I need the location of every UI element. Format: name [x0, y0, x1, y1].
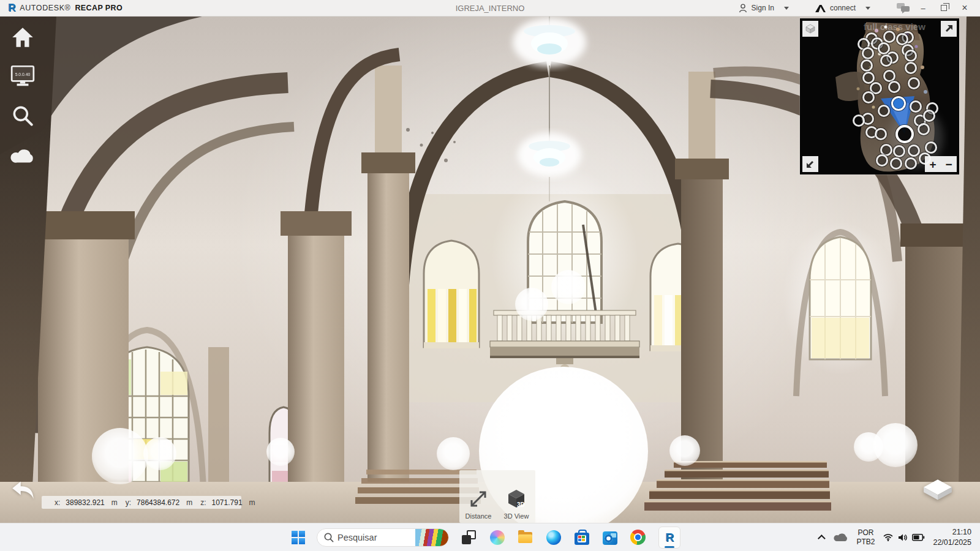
cube-3d-icon: 3D	[505, 488, 528, 510]
scan-sphere[interactable]	[143, 437, 176, 470]
user-icon	[738, 3, 748, 13]
scan-marker[interactable]	[883, 70, 895, 82]
search-input[interactable]	[337, 533, 412, 542]
connect-button[interactable]: connect	[815, 4, 870, 13]
layers-button[interactable]	[922, 478, 953, 506]
tray-time: 21:10	[933, 527, 971, 537]
start-button[interactable]	[292, 531, 305, 544]
distance-tool-button[interactable]: Distance	[459, 470, 497, 523]
chrome-button[interactable]	[630, 529, 646, 545]
chevron-down-icon[interactable]	[784, 7, 789, 10]
sign-in-button[interactable]: Sign In	[738, 3, 789, 13]
scan-sphere[interactable]	[515, 288, 548, 321]
coord-y-label: y:	[126, 498, 131, 507]
measure-tools-panel: Distance 3D 3D View	[459, 470, 535, 523]
feedback-chat-icon[interactable]	[896, 2, 910, 13]
minimap-zoom-out-button[interactable]: −	[945, 159, 952, 170]
scan-marker[interactable]	[925, 141, 937, 154]
close-button[interactable]: ×	[957, 2, 973, 14]
scan-marker[interactable]	[876, 154, 888, 167]
search-highlight-thumbnail[interactable]	[415, 529, 448, 546]
selected-scan-marker[interactable]	[891, 96, 906, 111]
microsoft-store-button[interactable]	[573, 529, 590, 545]
scan-marker[interactable]	[905, 50, 917, 62]
view-3d-button[interactable]: 3D 3D View	[497, 470, 535, 523]
scan-marker[interactable]	[853, 114, 865, 127]
scan-marker[interactable]	[908, 77, 920, 89]
scan-marker[interactable]	[893, 145, 905, 157]
version-badge: 5.0.0.40	[15, 72, 31, 77]
edge-button[interactable]	[545, 529, 562, 545]
scan-sphere[interactable]	[551, 270, 586, 304]
scan-marker[interactable]	[905, 157, 917, 170]
view-3d-label: 3D View	[504, 512, 529, 520]
scan-sphere[interactable]	[669, 435, 700, 466]
outlook-button[interactable]	[601, 529, 618, 545]
scan-marker[interactable]	[861, 59, 873, 72]
windows-taskbar: R POR PTB2	[0, 523, 980, 551]
cube-3d-badge: 3D	[517, 501, 525, 508]
distance-label: Distance	[466, 512, 492, 520]
coord-x-value: 389832.921	[66, 498, 104, 507]
home-button[interactable]	[10, 24, 36, 50]
scan-marker[interactable]	[905, 62, 917, 74]
onedrive-icon[interactable]	[834, 533, 848, 542]
scan-marker[interactable]	[875, 128, 887, 140]
scan-marker[interactable]	[883, 31, 895, 43]
recap-taskbar-button[interactable]: R	[658, 526, 681, 549]
scan-marker[interactable]	[890, 157, 902, 170]
restore-button[interactable]	[936, 2, 952, 14]
connect-label: connect	[830, 4, 856, 12]
search-icon	[323, 532, 334, 542]
store-icon	[575, 533, 589, 545]
copilot-button[interactable]	[489, 529, 505, 545]
scan-marker[interactable]	[923, 110, 935, 122]
minimap-zoom-in-button[interactable]: +	[929, 159, 936, 170]
scan-sphere[interactable]	[873, 423, 918, 467]
scan-sphere[interactable]	[437, 437, 470, 470]
file-explorer-button[interactable]	[517, 529, 533, 545]
coord-x-label: x:	[55, 498, 60, 507]
brand-autodesk: AUTODESK®	[20, 4, 70, 12]
title-bar: R AUTODESK® RECAP PRO IGREJA_INTERNO Sig…	[0, 0, 980, 17]
clock[interactable]: 21:10 22/01/2025	[933, 527, 971, 547]
scan-marker[interactable]	[918, 123, 930, 135]
folder-icon	[518, 534, 532, 543]
battery-icon	[912, 534, 925, 541]
scan-sphere[interactable]	[92, 428, 148, 484]
minimap-expand-button[interactable]	[941, 21, 957, 37]
scan-marker[interactable]	[896, 33, 908, 45]
scan-marker[interactable]	[862, 91, 875, 103]
back-button[interactable]	[10, 479, 37, 501]
coord-y-value: 7864384.672	[137, 498, 179, 507]
scan-marker[interactable]	[878, 105, 890, 117]
wifi-icon	[883, 533, 894, 542]
task-view-button[interactable]	[461, 529, 477, 545]
minimap-3d-toggle-button[interactable]	[802, 21, 818, 37]
search-button[interactable]	[10, 103, 36, 129]
chevron-down-icon[interactable]	[865, 7, 870, 10]
cloud-button[interactable]	[10, 142, 36, 168]
current-scan-marker[interactable]	[895, 125, 914, 143]
minimap-collapse-button[interactable]	[802, 156, 818, 172]
scan-sphere[interactable]	[266, 438, 295, 466]
coord-z-label: z:	[200, 498, 206, 507]
scan-marker[interactable]	[862, 47, 874, 59]
taskbar-search[interactable]	[317, 528, 449, 547]
copilot-icon	[490, 530, 505, 545]
minimap[interactable]: full class view	[800, 18, 959, 174]
tray-overflow-button[interactable]	[818, 534, 826, 542]
scan-marker[interactable]	[910, 100, 922, 113]
cube-icon	[805, 23, 816, 34]
volume-icon	[898, 533, 908, 542]
coord-z-value: 1071.791	[212, 498, 243, 507]
scan-marker[interactable]	[908, 144, 920, 157]
scan-marker[interactable]	[888, 81, 900, 93]
scan-marker[interactable]	[880, 54, 892, 67]
minimize-button[interactable]: –	[915, 2, 931, 14]
language-indicator[interactable]: POR PTB2	[856, 528, 875, 547]
recap-app-icon: R	[658, 527, 680, 549]
quick-settings[interactable]	[883, 533, 925, 542]
display-version-button[interactable]: 5.0.0.40	[10, 63, 36, 89]
sign-in-label: Sign In	[752, 4, 774, 12]
